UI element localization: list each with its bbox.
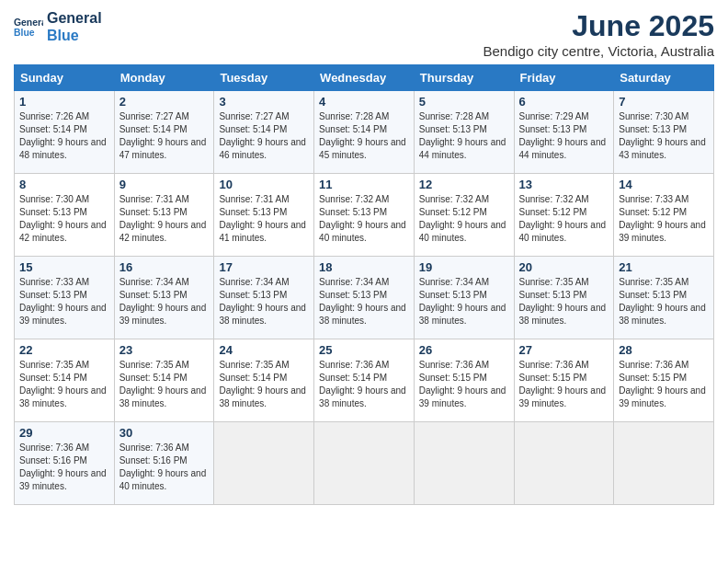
calendar-cell: 20Sunrise: 7:35 AMSunset: 5:13 PMDayligh… (514, 257, 614, 339)
day-number: 7 (619, 95, 709, 109)
calendar-cell (614, 422, 714, 505)
day-detail: Sunrise: 7:34 AMSunset: 5:13 PMDaylight:… (419, 276, 509, 327)
day-number: 28 (619, 343, 709, 357)
day-detail: Sunrise: 7:33 AMSunset: 5:13 PMDaylight:… (19, 276, 109, 327)
day-number: 21 (619, 260, 709, 274)
day-detail: Sunrise: 7:27 AMSunset: 5:14 PMDaylight:… (219, 110, 309, 162)
calendar-cell: 5Sunrise: 7:28 AMSunset: 5:13 PMDaylight… (414, 91, 514, 174)
calendar-cell (414, 422, 514, 505)
header-sunday: Sunday (15, 65, 115, 91)
logo: General Blue General Blue (14, 9, 102, 44)
day-detail: Sunrise: 7:34 AMSunset: 5:13 PMDaylight:… (319, 276, 409, 327)
day-detail: Sunrise: 7:35 AMSunset: 5:13 PMDaylight:… (519, 276, 609, 327)
day-detail: Sunrise: 7:28 AMSunset: 5:13 PMDaylight:… (419, 110, 509, 162)
calendar-cell: 18Sunrise: 7:34 AMSunset: 5:13 PMDayligh… (314, 257, 415, 339)
calendar-cell: 25Sunrise: 7:36 AMSunset: 5:14 PMDayligh… (314, 339, 415, 422)
day-number: 26 (419, 343, 509, 357)
day-detail: Sunrise: 7:32 AMSunset: 5:12 PMDaylight:… (419, 193, 509, 245)
calendar-cell: 30Sunrise: 7:36 AMSunset: 5:16 PMDayligh… (114, 422, 214, 505)
day-detail: Sunrise: 7:30 AMSunset: 5:13 PMDaylight:… (619, 110, 709, 162)
calendar-table: SundayMondayTuesdayWednesdayThursdayFrid… (14, 64, 714, 505)
calendar-cell: 23Sunrise: 7:35 AMSunset: 5:14 PMDayligh… (114, 339, 214, 422)
day-number: 12 (419, 178, 509, 191)
calendar-cell (514, 422, 614, 505)
day-detail: Sunrise: 7:28 AMSunset: 5:14 PMDaylight:… (319, 110, 409, 162)
day-number: 14 (619, 178, 709, 191)
day-number: 25 (319, 343, 409, 357)
calendar-cell: 7Sunrise: 7:30 AMSunset: 5:13 PMDaylight… (614, 91, 714, 174)
day-detail: Sunrise: 7:35 AMSunset: 5:14 PMDaylight:… (219, 359, 309, 410)
calendar-cell: 15Sunrise: 7:33 AMSunset: 5:13 PMDayligh… (15, 257, 115, 339)
calendar-cell: 1Sunrise: 7:26 AMSunset: 5:14 PMDaylight… (15, 91, 115, 174)
header-saturday: Saturday (614, 65, 714, 91)
day-detail: Sunrise: 7:27 AMSunset: 5:14 PMDaylight:… (119, 110, 210, 162)
day-number: 10 (219, 178, 309, 191)
day-detail: Sunrise: 7:31 AMSunset: 5:13 PMDaylight:… (219, 193, 309, 245)
day-detail: Sunrise: 7:36 AMSunset: 5:15 PMDaylight:… (419, 359, 509, 410)
week-row-4: 22Sunrise: 7:35 AMSunset: 5:14 PMDayligh… (15, 339, 714, 422)
day-number: 2 (119, 95, 210, 109)
calendar-cell: 4Sunrise: 7:28 AMSunset: 5:14 PMDaylight… (314, 91, 415, 174)
day-number: 1 (19, 95, 109, 109)
calendar-cell: 24Sunrise: 7:35 AMSunset: 5:14 PMDayligh… (214, 339, 314, 422)
day-number: 23 (119, 343, 210, 357)
calendar-cell: 9Sunrise: 7:31 AMSunset: 5:13 PMDaylight… (114, 174, 214, 257)
calendar-cell: 10Sunrise: 7:31 AMSunset: 5:13 PMDayligh… (214, 174, 314, 257)
logo-icon: General Blue (14, 14, 43, 40)
day-detail: Sunrise: 7:36 AMSunset: 5:16 PMDaylight:… (19, 442, 109, 493)
page-header: General Blue General Blue June 2025 Bend… (14, 9, 714, 59)
title-area: June 2025 Bendigo city centre, Victoria,… (483, 9, 714, 59)
calendar-cell: 2Sunrise: 7:27 AMSunset: 5:14 PMDaylight… (114, 91, 214, 174)
calendar-cell: 28Sunrise: 7:36 AMSunset: 5:15 PMDayligh… (614, 339, 714, 422)
header-row: SundayMondayTuesdayWednesdayThursdayFrid… (15, 65, 714, 91)
week-row-3: 15Sunrise: 7:33 AMSunset: 5:13 PMDayligh… (15, 257, 714, 339)
calendar-cell: 21Sunrise: 7:35 AMSunset: 5:13 PMDayligh… (614, 257, 714, 339)
logo-text-blue: Blue (47, 27, 102, 44)
day-number: 3 (219, 95, 309, 109)
week-row-5: 29Sunrise: 7:36 AMSunset: 5:16 PMDayligh… (15, 422, 714, 505)
calendar-cell: 6Sunrise: 7:29 AMSunset: 5:13 PMDaylight… (514, 91, 614, 174)
day-detail: Sunrise: 7:36 AMSunset: 5:14 PMDaylight:… (319, 359, 409, 410)
day-number: 19 (419, 260, 509, 274)
calendar-body: 1Sunrise: 7:26 AMSunset: 5:14 PMDaylight… (15, 91, 714, 505)
calendar-cell (314, 422, 415, 505)
day-number: 30 (119, 426, 210, 440)
calendar-cell: 13Sunrise: 7:32 AMSunset: 5:12 PMDayligh… (514, 174, 614, 257)
calendar-header: SundayMondayTuesdayWednesdayThursdayFrid… (15, 65, 714, 91)
week-row-1: 1Sunrise: 7:26 AMSunset: 5:14 PMDaylight… (15, 91, 714, 174)
day-number: 16 (119, 260, 210, 274)
calendar-cell: 22Sunrise: 7:35 AMSunset: 5:14 PMDayligh… (15, 339, 115, 422)
week-row-2: 8Sunrise: 7:30 AMSunset: 5:13 PMDaylight… (15, 174, 714, 257)
day-number: 9 (119, 178, 210, 191)
calendar-cell: 29Sunrise: 7:36 AMSunset: 5:16 PMDayligh… (15, 422, 115, 505)
day-detail: Sunrise: 7:36 AMSunset: 5:16 PMDaylight:… (119, 442, 210, 493)
calendar-cell: 19Sunrise: 7:34 AMSunset: 5:13 PMDayligh… (414, 257, 514, 339)
day-detail: Sunrise: 7:36 AMSunset: 5:15 PMDaylight:… (519, 359, 609, 410)
day-detail: Sunrise: 7:35 AMSunset: 5:14 PMDaylight:… (119, 359, 210, 410)
day-number: 13 (519, 178, 609, 191)
day-detail: Sunrise: 7:35 AMSunset: 5:13 PMDaylight:… (619, 276, 709, 327)
day-detail: Sunrise: 7:31 AMSunset: 5:13 PMDaylight:… (119, 193, 210, 245)
day-number: 29 (19, 426, 109, 440)
day-number: 17 (219, 260, 309, 274)
day-number: 15 (19, 260, 109, 274)
header-tuesday: Tuesday (214, 65, 314, 91)
header-monday: Monday (114, 65, 214, 91)
logo-text-general: General (47, 9, 102, 27)
day-number: 4 (319, 95, 409, 109)
calendar-cell: 27Sunrise: 7:36 AMSunset: 5:15 PMDayligh… (514, 339, 614, 422)
day-number: 20 (519, 260, 609, 274)
day-detail: Sunrise: 7:29 AMSunset: 5:13 PMDaylight:… (519, 110, 609, 162)
day-number: 24 (219, 343, 309, 357)
calendar-cell: 17Sunrise: 7:34 AMSunset: 5:13 PMDayligh… (214, 257, 314, 339)
day-number: 11 (319, 178, 409, 191)
calendar-cell: 14Sunrise: 7:33 AMSunset: 5:12 PMDayligh… (614, 174, 714, 257)
day-detail: Sunrise: 7:26 AMSunset: 5:14 PMDaylight:… (19, 110, 109, 162)
day-number: 27 (519, 343, 609, 357)
day-number: 18 (319, 260, 409, 274)
calendar-cell: 8Sunrise: 7:30 AMSunset: 5:13 PMDaylight… (15, 174, 115, 257)
day-detail: Sunrise: 7:32 AMSunset: 5:13 PMDaylight:… (319, 193, 409, 245)
calendar-cell (214, 422, 314, 505)
svg-text:General: General (14, 17, 43, 28)
day-detail: Sunrise: 7:35 AMSunset: 5:14 PMDaylight:… (19, 359, 109, 410)
